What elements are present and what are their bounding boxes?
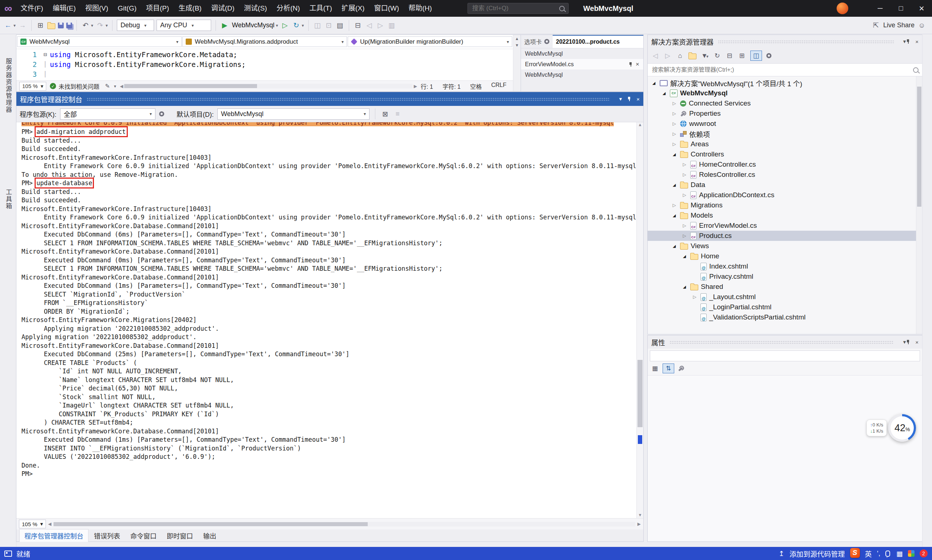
scroll-left-icon[interactable]: ◀ [120, 84, 123, 89]
navigate-forward-icon[interactable]: → [18, 22, 27, 29]
show-all-files-icon[interactable]: ⊞ [738, 52, 746, 60]
wrench-icon[interactable] [678, 365, 684, 372]
platform-dropdown[interactable]: Any CPU▾ [157, 20, 211, 31]
properties-grid[interactable] [648, 375, 922, 542]
whitespace-mode-indicator[interactable]: 空格 [470, 82, 482, 91]
tree-item[interactable]: Index.cshtml [648, 261, 922, 271]
user-avatar[interactable] [836, 3, 848, 14]
configuration-dropdown[interactable]: Debug▾ [117, 20, 154, 31]
ime-toolbox-icon[interactable] [908, 550, 915, 557]
chevron-down-icon[interactable]: ▾ [14, 23, 15, 28]
ime-punctuation-indicator[interactable]: ’, [877, 549, 881, 557]
save-icon[interactable] [58, 23, 64, 28]
notification-badge[interactable]: 2 [920, 549, 927, 557]
gear-icon[interactable] [766, 53, 772, 58]
chevron-collapsed-icon[interactable]: ▷ [671, 142, 678, 147]
default-project-dropdown[interactable]: WebMvcMysql ▾ [217, 108, 370, 120]
editor-nav-dropdown[interactable]: WebMvcMysql.Migrations.addproduct▾ [182, 36, 347, 47]
console-output[interactable]: Entity Framework Core 6.0.9 initialized … [16, 122, 643, 518]
console-vertical-scrollbar[interactable]: ▲ ▼ [636, 122, 643, 518]
tree-item[interactable]: ◢Shared [648, 282, 922, 292]
menu-item[interactable]: 编辑(E) [48, 0, 80, 17]
network-monitor-widget[interactable]: ↑0 K/s ↓1 K/s 42% [866, 414, 916, 442]
document-health-indicator[interactable]: ✓ 未找到相关问题 [50, 82, 99, 91]
edit-mode-icon[interactable]: ✎ [103, 83, 112, 89]
tree-item[interactable]: ▷Areas [648, 139, 922, 149]
maximize-button[interactable]: □ [890, 0, 911, 17]
sogou-ime-logo[interactable]: S [850, 548, 860, 558]
tree-item[interactable]: ▷ApplicationDbContext.cs [648, 190, 922, 200]
solution-search-box[interactable] [648, 64, 922, 76]
add-to-source-control-button[interactable]: 添加到源代码管理 [790, 549, 845, 558]
gear-icon[interactable] [159, 111, 164, 117]
percent-ring[interactable]: 42% [888, 414, 916, 442]
home-icon[interactable]: ⌂ [676, 52, 684, 60]
chevron-collapsed-icon[interactable]: ▷ [681, 172, 688, 177]
menu-item[interactable]: Git(G) [113, 0, 141, 17]
open-folder-icon[interactable] [47, 23, 55, 29]
forward-icon[interactable]: ▷ [664, 52, 672, 60]
pin-icon[interactable] [627, 97, 631, 102]
chevron-collapsed-icon[interactable]: ▷ [671, 111, 678, 116]
chevron-down-icon[interactable]: ▾ [106, 23, 108, 28]
chevron-down-icon[interactable]: ▾ [903, 339, 906, 345]
tree-item[interactable]: ◢Home [648, 251, 922, 261]
editor-zoom-dropdown[interactable]: 105 %▾ [19, 82, 46, 91]
ime-language-indicator[interactable]: 英 [865, 549, 872, 558]
tree-item[interactable]: ▷RolesController.cs [648, 169, 922, 180]
editor-nav-dropdown[interactable]: WebMvcMysql▾ [17, 36, 182, 47]
tree-vertical-scrollbar[interactable] [916, 76, 922, 334]
collapse-all-icon[interactable]: ⊟ [726, 52, 733, 60]
filter-icon[interactable]: ▼▾ [701, 52, 709, 60]
object-selector-dropdown[interactable] [650, 351, 920, 362]
solution-explorer-title-bar[interactable]: 解决方案资源管理器 ▾ × [648, 35, 922, 48]
side-tab-server-explorer[interactable]: 服务器资源管理器 [4, 58, 13, 113]
menu-item[interactable]: 测试(S) [239, 0, 271, 17]
new-project-icon[interactable]: ⊞ [36, 21, 45, 29]
tree-item[interactable]: Privacy.cshtml [648, 271, 922, 282]
menu-item[interactable]: 分析(N) [271, 0, 304, 17]
live-share-icon[interactable]: ⇱ [872, 21, 880, 29]
panel-tab[interactable]: 错误列表 [89, 529, 125, 542]
menu-item[interactable]: 扩展(X) [337, 0, 369, 17]
chevron-down-icon[interactable]: ▾ [302, 23, 304, 28]
chevron-collapsed-icon[interactable]: ▷ [681, 192, 688, 198]
tree-item[interactable]: ▷ErrorViewModel.cs [648, 220, 922, 231]
properties-title-bar[interactable]: 属性 ▾ × [648, 335, 922, 349]
chevron-down-icon[interactable]: ▾ [91, 23, 93, 28]
minimize-button[interactable]: ─ [870, 0, 890, 17]
save-all-icon[interactable] [66, 23, 72, 28]
tree-item[interactable]: ▷_Layout.cshtml [648, 292, 922, 302]
start-debugging-button[interactable]: ▶ WebMvcMysql ▾ [220, 21, 278, 29]
previous-bookmark-icon[interactable]: ◁ [365, 21, 374, 29]
tree-item[interactable]: ▷wwwroot [648, 118, 922, 129]
chevron-collapsed-icon[interactable]: ▷ [671, 121, 678, 126]
line-ending-indicator[interactable]: CRLF [491, 82, 507, 91]
keyboard-icon[interactable]: ▦ [896, 549, 903, 558]
chevron-down-icon[interactable]: ▾ [619, 96, 622, 102]
docwell-document-tab[interactable]: ErrorViewModel.cs× [521, 59, 643, 69]
chevron-expanded-icon[interactable]: ◢ [671, 213, 678, 218]
alphabetical-sort-icon[interactable]: ⇅ [662, 363, 674, 373]
pin-icon[interactable] [906, 39, 910, 44]
close-icon[interactable]: × [915, 339, 918, 345]
menu-item[interactable]: 视图(V) [80, 0, 113, 17]
tree-item[interactable]: ◢解决方案"WebMvcMysql"(1 个项目/共 1 个) [648, 78, 922, 88]
pin-icon[interactable] [629, 62, 633, 67]
tree-item[interactable]: _LoginPartial.cshtml [648, 302, 922, 312]
scroll-left-icon[interactable]: ◀ [48, 522, 51, 526]
chevron-expanded-icon[interactable]: ◢ [671, 244, 678, 249]
chevron-expanded-icon[interactable]: ◢ [671, 152, 678, 157]
tree-item[interactable]: ▷HomeController.cs [648, 159, 922, 169]
chevron-expanded-icon[interactable]: ◢ [650, 81, 657, 86]
active-document-tab[interactable]: 202210100...product.cs [553, 35, 643, 48]
scrollbar-thumb[interactable] [124, 84, 257, 88]
scroll-down-icon[interactable]: ▼ [637, 513, 643, 517]
menu-item[interactable]: 生成(B) [174, 0, 206, 17]
close-icon[interactable]: × [636, 96, 640, 102]
menu-item[interactable]: 调试(D) [206, 0, 239, 17]
tree-item[interactable]: _ValidationScriptsPartial.cshtml [648, 312, 922, 322]
tree-item[interactable]: ◢Views [648, 241, 922, 251]
tree-item[interactable]: ◢Data [648, 180, 922, 190]
close-button[interactable]: ✕ [911, 0, 932, 17]
